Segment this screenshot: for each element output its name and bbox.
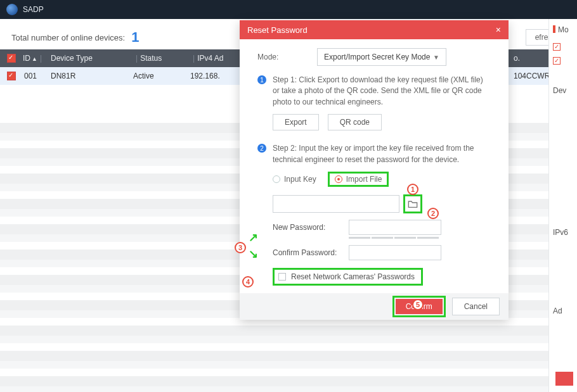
reset-password-dialog: Reset Password × Mode: Export/Import Sec…: [240, 20, 509, 320]
side-admin-label: Ad: [553, 307, 573, 315]
close-icon[interactable]: ×: [496, 25, 501, 35]
app-logo-icon: [6, 4, 18, 15]
radio-dot-icon: [335, 175, 342, 183]
confirm-password-input[interactable]: [349, 245, 441, 260]
sort-caret-icon: ▲: [32, 56, 37, 62]
radio-import-file-label: Import File: [346, 175, 382, 184]
file-path-input[interactable]: [273, 195, 399, 213]
reset-cameras-label: Reset Network Cameras' Passwords: [291, 272, 415, 281]
step1-text: Step 1: Click Export to download the key…: [273, 75, 491, 108]
annotation-4: 4: [242, 276, 254, 288]
step2-bullet-icon: 2: [257, 144, 266, 153]
confirm-password-label: Confirm Password:: [273, 248, 349, 257]
reset-cameras-checkbox[interactable]: [278, 273, 286, 281]
title-bar: SADP: [0, 0, 577, 19]
radio-input-key[interactable]: Input Key: [273, 175, 316, 184]
col-id[interactable]: ID: [23, 54, 30, 63]
folder-icon: [408, 199, 418, 208]
annotation-3: 3: [235, 242, 246, 253]
mode-select[interactable]: Export/Import Secret Key Mode ▼: [317, 48, 446, 66]
accent-bar-icon: [553, 25, 555, 33]
side-check-2[interactable]: [553, 57, 561, 65]
side-ipv6-label: IPv6: [553, 228, 573, 237]
dialog-footer: Confirm Cancel: [240, 293, 509, 320]
mode-value: Export/Import Secret Key Mode: [324, 53, 430, 61]
new-password-input[interactable]: [349, 220, 441, 235]
arrow-down-icon: ↘: [249, 247, 258, 261]
app-title: SADP: [23, 5, 44, 14]
col-type[interactable]: Device Type: [51, 54, 93, 63]
new-password-label: New Password:: [273, 223, 349, 232]
password-strength-meter: [349, 237, 491, 239]
select-all-checkbox[interactable]: [7, 54, 16, 63]
side-title: Mo: [558, 25, 569, 34]
cancel-button[interactable]: Cancel: [452, 298, 500, 315]
dialog-header: Reset Password ×: [240, 20, 509, 39]
cell-type: DN81R: [51, 72, 133, 80]
export-button[interactable]: Export: [273, 114, 319, 130]
annotation-1: 1: [407, 184, 418, 195]
cell-id: 001: [23, 72, 51, 80]
arrow-up-icon: ↗: [249, 231, 258, 244]
chevron-down-icon: ▼: [433, 54, 439, 61]
side-check-1[interactable]: [553, 43, 561, 51]
annotation-5: 5: [412, 299, 424, 310]
device-count-label: Total number of online devices:: [11, 33, 125, 42]
reset-cameras-row[interactable]: Reset Network Cameras' Passwords: [273, 268, 423, 286]
radio-dot-icon: [273, 175, 280, 183]
device-count-value: 1: [131, 29, 139, 46]
dialog-title: Reset Password: [247, 25, 308, 35]
side-dev-label: Dev: [553, 86, 573, 95]
mode-label: Mode:: [257, 53, 317, 61]
radio-import-file[interactable]: Import File: [328, 172, 389, 187]
qrcode-button[interactable]: QR code: [328, 114, 382, 130]
cell-status: Active: [133, 72, 190, 80]
row-checkbox[interactable]: [7, 72, 16, 80]
col-ipv4[interactable]: IPv4 Ad: [197, 54, 223, 63]
side-action-button[interactable]: [555, 372, 573, 386]
step1-bullet-icon: 1: [257, 75, 266, 84]
col-serial[interactable]: o.: [514, 54, 520, 63]
step2-text: Step 2: Input the key or import the key …: [273, 143, 491, 165]
radio-input-key-label: Input Key: [284, 175, 316, 184]
side-panel: Mo Dev IPv6 Ad: [548, 19, 577, 392]
browse-button[interactable]: [403, 194, 422, 213]
col-status[interactable]: Status: [140, 54, 162, 63]
annotation-2: 2: [427, 208, 439, 219]
